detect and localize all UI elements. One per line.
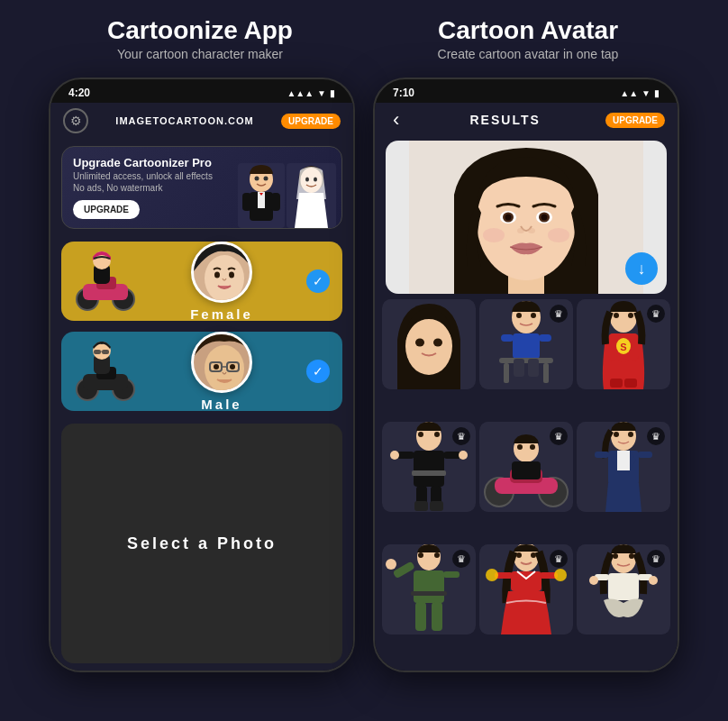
wifi-icon: ▼ [317, 88, 326, 98]
svg-point-116 [386, 559, 396, 570]
svg-point-130 [531, 552, 536, 558]
time-1: 4:20 [68, 87, 90, 99]
select-photo-button[interactable]: Select a Photo [61, 424, 342, 663]
phone-1: 4:20 ▲▲▲ ▼ ▮ ⚙ IMAGETOCARTOON.COM UPGRAD… [49, 78, 355, 672]
right-title: Cartoon Avatar [438, 16, 618, 45]
phone2-content: ‹ RESULTS UPGRADE [375, 103, 678, 671]
svg-rect-77 [624, 379, 637, 388]
crown-badge-3: ♛ [647, 305, 665, 323]
svg-rect-76 [610, 379, 623, 388]
variant-cell-8[interactable]: ♛ [479, 544, 573, 634]
svg-point-53 [415, 339, 424, 347]
svg-point-36 [214, 364, 219, 370]
phones-row: 4:20 ▲▲▲ ▼ ▮ ⚙ IMAGETOCARTOON.COM UPGRAD… [0, 68, 728, 681]
upgrade-title: Upgrade Cartoonizer Pro [73, 156, 213, 169]
svg-point-21 [229, 271, 234, 278]
left-title: Cartoonize App [107, 16, 293, 45]
svg-rect-89 [430, 501, 443, 511]
left-subtitle: Your cartoon character maker [117, 47, 283, 61]
svg-rect-60 [499, 358, 553, 363]
svg-rect-80 [414, 451, 444, 487]
svg-rect-66 [539, 334, 551, 342]
phone1-content: ⚙ IMAGETOCARTOON.COM UPGRADE Upgrade Car… [50, 103, 353, 671]
upgrade-banner-button[interactable]: UPGRADE [73, 200, 140, 219]
variant-cell-2[interactable]: ♛ [479, 299, 573, 389]
time-2: 7:10 [393, 87, 414, 99]
phone-2: 7:10 ▲▲ ▼ ▮ ‹ RESULTS UPGRADE [373, 78, 679, 672]
svg-point-57 [516, 313, 522, 318]
svg-point-85 [459, 451, 468, 460]
svg-rect-29 [102, 350, 109, 354]
svg-point-37 [230, 364, 235, 370]
back-button[interactable]: ‹ [387, 108, 405, 132]
download-button[interactable]: ↓ [625, 252, 658, 285]
upgrade-banner-text: Upgrade Cartoonizer Pro Unlimited access… [73, 156, 213, 219]
variant-cell-9[interactable]: ♛ [577, 544, 670, 634]
svg-point-73 [628, 313, 633, 318]
variant-cell-7[interactable]: ♛ [382, 544, 476, 634]
crown-badge-9: ♛ [647, 550, 665, 568]
signal-icon-2: ▲▲ [620, 88, 638, 98]
settings-button[interactable]: ⚙ [63, 108, 88, 133]
svg-rect-65 [501, 334, 514, 342]
male-selected-check: ✓ [306, 360, 330, 383]
bride-figure [287, 163, 336, 228]
svg-point-19 [205, 255, 244, 302]
svg-rect-113 [414, 570, 444, 603]
upgrade-banner[interactable]: Upgrade Cartoonizer Pro Unlimited access… [61, 146, 342, 229]
svg-point-1 [255, 177, 259, 181]
right-subtitle: Create cartoon avatar in one tap [438, 47, 619, 61]
svg-point-10 [314, 178, 317, 182]
svg-rect-117 [443, 571, 460, 578]
crown-badge-7: ♛ [452, 550, 470, 568]
status-icons-2: ▲▲ ▼ ▮ [620, 88, 660, 98]
female-selected-check: ✓ [306, 269, 330, 293]
main-avatar-display: ↓ [386, 141, 667, 294]
male-biker-art [74, 340, 137, 403]
phone2-nav: ‹ RESULTS UPGRADE [375, 103, 678, 137]
variant-cell-5[interactable]: ♛ [479, 422, 573, 512]
svg-rect-81 [412, 470, 446, 476]
svg-rect-88 [414, 501, 428, 511]
svg-rect-61 [504, 363, 509, 383]
headers-row: Cartoonize App Your cartoon character ma… [0, 0, 728, 68]
svg-point-72 [614, 313, 619, 318]
status-bar-1: 4:20 ▲▲▲ ▼ ▮ [50, 79, 353, 103]
banner-cartoon-couple [238, 163, 336, 228]
gear-icon: ⚙ [70, 114, 82, 128]
gender-male-option[interactable]: Male ✓ [61, 332, 342, 411]
status-bar-2: 7:10 ▲▲ ▼ ▮ [375, 79, 678, 103]
crown-badge-2: ♛ [550, 305, 568, 323]
svg-rect-118 [415, 602, 426, 631]
upgrade-button-2[interactable]: UPGRADE [605, 113, 665, 128]
gender-female-option[interactable]: Female ✓ [61, 242, 342, 321]
svg-point-48 [528, 228, 535, 233]
svg-point-129 [516, 552, 522, 558]
upgrade-line2: No ads, No watermark [73, 183, 213, 193]
female-portrait-center: Female [190, 242, 253, 322]
wifi-icon-2: ▼ [642, 88, 651, 98]
variant-cell-4[interactable]: ♛ [382, 422, 476, 512]
svg-rect-114 [411, 591, 447, 596]
crown-badge-8: ♛ [550, 550, 568, 568]
svg-point-84 [390, 451, 399, 460]
crown-badge-6: ♛ [647, 427, 665, 445]
svg-point-137 [649, 576, 658, 585]
variant-cell-3[interactable]: S [577, 299, 670, 389]
svg-point-109 [614, 432, 619, 437]
variant-cell-6[interactable]: ♛ [577, 422, 670, 512]
variant-cell-1[interactable] [382, 299, 476, 389]
svg-point-128 [554, 569, 567, 581]
phone1-nav: ⚙ IMAGETOCARTOON.COM UPGRADE [50, 103, 353, 139]
left-header: Cartoonize App Your cartoon character ma… [36, 16, 364, 61]
svg-rect-62 [543, 363, 549, 383]
male-portrait-center: Male [191, 332, 252, 412]
svg-point-99 [530, 444, 535, 450]
groom-figure [238, 163, 285, 228]
upgrade-button-top[interactable]: UPGRADE [281, 114, 341, 129]
battery-icon-2: ▮ [654, 88, 660, 98]
svg-point-120 [418, 552, 423, 558]
svg-point-138 [613, 553, 618, 559]
svg-point-9 [305, 178, 309, 182]
svg-rect-59 [513, 333, 540, 359]
